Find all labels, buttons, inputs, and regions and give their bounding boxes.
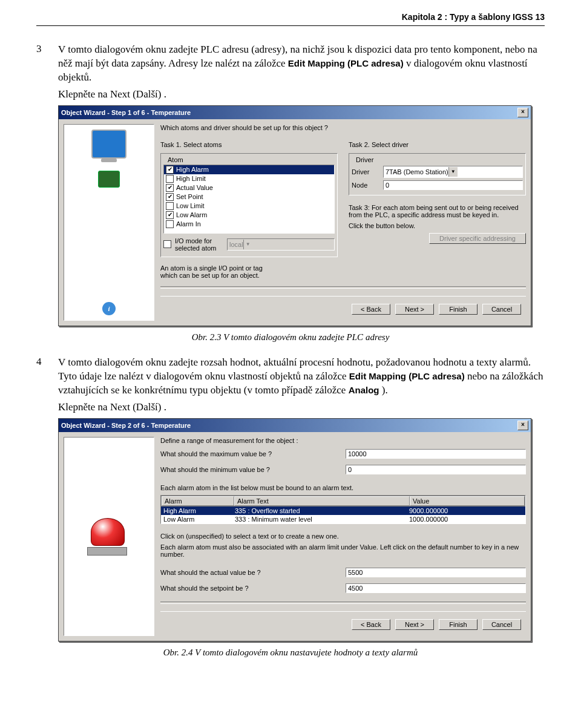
driver-specific-addressing-button: Driver specific addressing (429, 233, 526, 244)
checkbox-icon[interactable] (163, 240, 171, 248)
atom-label: High Limit (176, 174, 206, 183)
max-value-label: What should the maximum value be ? (160, 450, 342, 457)
atom-hint: An atom is a single I/O point or tag whi… (160, 264, 263, 279)
atom-item[interactable]: High Limit (164, 174, 334, 183)
figure-caption-2-4: Obr. 2.4 V tomto dialogovém oknu nastavu… (36, 648, 545, 658)
atom-listbox[interactable]: ✔High Alarm High Limit ✔Actual Value ✔Se… (163, 165, 335, 234)
atom-label: Low Alarm (176, 211, 207, 220)
driver-label: Driver (352, 168, 379, 175)
dialog2-title: Object Wizard - Step 2 of 6 - Temperatur… (61, 422, 191, 429)
cell-value: 9000.000000 (407, 507, 525, 515)
checkbox-icon[interactable]: ✔ (166, 193, 174, 201)
header-rule (36, 25, 545, 26)
cell-value: 1000.000000 (407, 515, 525, 523)
atom-item[interactable]: Low Limit (164, 202, 334, 211)
table-row[interactable]: Low Alarm 333 : Minimum water level 1000… (161, 515, 525, 523)
unspecified-hint: Click on (unspecified) to select a text … (160, 533, 526, 540)
th-alarm: Alarm (162, 496, 234, 506)
task1-label: Task 1. Select atoms (160, 141, 338, 148)
th-value: Value (410, 496, 525, 506)
driver-value: 7TAB (Demo Station) (386, 168, 448, 175)
step4-paragraph: V tomto dialogovém oknu zadejte rozsah h… (58, 356, 545, 398)
next-button[interactable]: Next > (395, 304, 434, 315)
dialog1-prompt: Which atoms and driver should be set up … (160, 124, 526, 131)
finish-button[interactable]: Finish (439, 304, 478, 315)
info-icon: i (102, 302, 116, 315)
setpoint-field[interactable]: 4500 (346, 583, 526, 593)
checkbox-icon[interactable] (166, 202, 174, 210)
node-field[interactable]: 0 (383, 180, 523, 190)
cell-alarm: Low Alarm (161, 515, 232, 523)
step4-click-c: . (164, 401, 166, 413)
checkbox-icon[interactable]: ✔ (166, 184, 174, 192)
driver-group-label: Driver (354, 156, 375, 163)
separator (160, 602, 526, 604)
cancel-button[interactable]: Cancel (482, 304, 521, 315)
range-prompt: Define a range of measurement for the ob… (160, 437, 526, 444)
monitor-icon (91, 130, 126, 159)
dialog-step2: Object Wizard - Step 2 of 6 - Temperatur… (58, 418, 531, 641)
alarm-bind-prompt: Each alarm atom in the list below must b… (160, 484, 526, 491)
step3-click-a: Klepněte na (58, 88, 110, 100)
step4-click-b: Next (Další) (110, 401, 162, 413)
checkbox-icon[interactable] (166, 175, 174, 183)
actual-value-label: What should the actual value be ? (160, 569, 342, 576)
actual-value-field[interactable]: 5500 (346, 568, 526, 577)
node-label: Node (352, 182, 379, 189)
dialog2-sidepanel (64, 437, 154, 636)
step4-click-a: Klepněte na (58, 401, 110, 413)
chevron-down-icon[interactable]: ▼ (448, 167, 458, 177)
atom-label: Actual Value (176, 183, 213, 192)
max-value-field[interactable]: 10000 (346, 449, 526, 459)
device-icon (98, 171, 120, 188)
click-below-text: Click the button below. (349, 222, 526, 229)
atom-label: High Alarm (176, 165, 209, 174)
close-icon[interactable]: × (517, 421, 528, 430)
finish-button[interactable]: Finish (439, 619, 478, 630)
step4-bold-2: Analog (349, 385, 379, 395)
atom-item[interactable]: ✔Actual Value (164, 183, 334, 192)
dialog-step1: Object Wizard - Step 1 of 6 - Temperatur… (58, 105, 531, 326)
min-value-label: What should the minimum value be ? (160, 466, 342, 473)
atom-item[interactable]: ✔Set Point (164, 192, 334, 202)
back-button[interactable]: < Back (352, 619, 390, 630)
driver-combo[interactable]: 7TAB (Demo Station) ▼ (383, 166, 523, 178)
io-mode-label: I/O mode for selected atom (175, 237, 223, 252)
step4-text-c: ). (382, 384, 388, 396)
back-button[interactable]: < Back (352, 304, 390, 315)
alarm-limit-hint: Each alarm atom must also be associated … (160, 543, 526, 558)
atom-item[interactable]: ✔Low Alarm (164, 211, 334, 220)
io-mode-value: local (229, 241, 243, 248)
alarm-table[interactable]: Alarm Alarm Text Value High Alarm 335 : … (160, 495, 526, 524)
cancel-button[interactable]: Cancel (482, 619, 521, 630)
step3-click-b: Next (Další) (110, 88, 162, 100)
checkbox-icon[interactable]: ✔ (166, 211, 174, 219)
step3-click-c: . (164, 88, 166, 100)
min-value-field[interactable]: 0 (346, 465, 526, 474)
step4-bold-1: Edit Mapping (PLC adresa) (349, 371, 465, 381)
next-button[interactable]: Next > (395, 619, 434, 630)
atom-group-label: Atom (166, 156, 185, 163)
cell-text: 333 : Minimum water level (232, 515, 407, 523)
setpoint-label: What should the setpoint be ? (160, 585, 342, 592)
dialog1-title: Object Wizard - Step 1 of 6 - Temperatur… (61, 109, 191, 116)
th-text: Alarm Text (234, 496, 410, 506)
step4-click-line: Klepněte na Next (Další) . (58, 401, 545, 413)
task3-text: Task 3: For each atom being sent out to … (349, 204, 526, 218)
step-number-3: 3 (36, 43, 58, 55)
checkbox-icon[interactable]: ✔ (166, 166, 174, 174)
page-header: Kapitola 2 : Typy a šablony IGSS 13 (36, 12, 545, 25)
atom-label: Alarm In (176, 220, 201, 229)
step-number-4: 4 (36, 356, 58, 368)
io-mode-combo: local ▼ (227, 238, 335, 251)
atom-label: Set Point (176, 192, 203, 202)
table-row[interactable]: High Alarm 335 : Overflow started 9000.0… (161, 507, 525, 515)
atom-item[interactable]: ✔High Alarm (164, 165, 334, 174)
cell-alarm: High Alarm (161, 507, 232, 515)
atom-item[interactable]: Alarm In (164, 220, 334, 229)
close-icon[interactable]: × (517, 108, 528, 117)
bell-icon (91, 518, 127, 554)
checkbox-icon[interactable] (166, 220, 174, 228)
task2-label: Task 2. Select driver (349, 141, 526, 148)
dialog1-sidepanel: i (64, 124, 154, 321)
